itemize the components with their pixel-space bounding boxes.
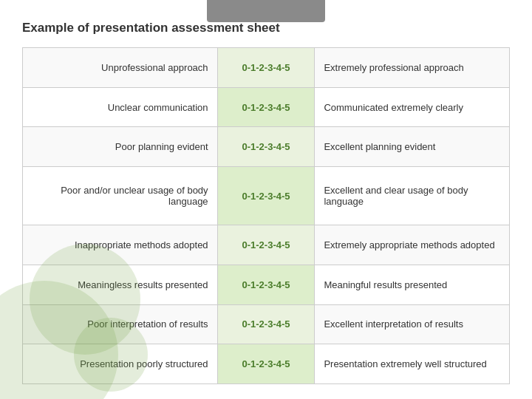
cell-right: Communicated extremely clearly bbox=[315, 87, 510, 127]
cell-scale: 0-1-2-3-4-5 bbox=[217, 127, 315, 167]
cell-left: Inappropriate methods adopted bbox=[23, 225, 218, 265]
table-row: Unprofessional approach0-1-2-3-4-5Extrem… bbox=[23, 48, 510, 88]
cell-scale: 0-1-2-3-4-5 bbox=[217, 304, 315, 344]
cell-scale: 0-1-2-3-4-5 bbox=[217, 167, 315, 225]
cell-left: Unprofessional approach bbox=[23, 48, 218, 88]
table-row: Poor planning evident0-1-2-3-4-5Excellen… bbox=[23, 127, 510, 167]
cell-left: Poor and/or unclear usage of body langua… bbox=[23, 167, 218, 225]
cell-left: Meaningless results presented bbox=[23, 265, 218, 304]
table-row: Poor interpretation of results0-1-2-3-4-… bbox=[23, 304, 510, 344]
table-row: Unclear communication0-1-2-3-4-5Communic… bbox=[23, 87, 510, 127]
cell-right: Excellent and clear usage of body langua… bbox=[315, 167, 510, 225]
cell-left: Presentation poorly structured bbox=[23, 344, 218, 384]
table-row: Presentation poorly structured0-1-2-3-4-… bbox=[23, 344, 510, 384]
cell-scale: 0-1-2-3-4-5 bbox=[217, 344, 315, 384]
cell-right: Presentation extremely well structured bbox=[315, 344, 510, 384]
cell-scale: 0-1-2-3-4-5 bbox=[217, 87, 315, 127]
top-decoration bbox=[207, 0, 325, 22]
table-row: Inappropriate methods adopted0-1-2-3-4-5… bbox=[23, 225, 510, 265]
cell-left: Unclear communication bbox=[23, 87, 218, 127]
cell-right: Extremely appropriate methods adopted bbox=[315, 225, 510, 265]
cell-left: Poor interpretation of results bbox=[23, 304, 218, 344]
table-row: Poor and/or unclear usage of body langua… bbox=[23, 167, 510, 225]
cell-right: Meaningful results presented bbox=[315, 265, 510, 304]
assessment-table: Unprofessional approach0-1-2-3-4-5Extrem… bbox=[22, 47, 510, 384]
cell-right: Excellent interpretation of results bbox=[315, 304, 510, 344]
cell-left: Poor planning evident bbox=[23, 127, 218, 167]
cell-scale: 0-1-2-3-4-5 bbox=[217, 225, 315, 265]
slide-container: Example of presentation assessment sheet… bbox=[0, 0, 532, 399]
cell-scale: 0-1-2-3-4-5 bbox=[217, 48, 315, 88]
cell-right: Extremely professional approach bbox=[315, 48, 510, 88]
table-row: Meaningless results presented0-1-2-3-4-5… bbox=[23, 265, 510, 304]
cell-scale: 0-1-2-3-4-5 bbox=[217, 265, 315, 304]
cell-right: Excellent planning evident bbox=[315, 127, 510, 167]
page-title: Example of presentation assessment sheet bbox=[22, 21, 510, 35]
